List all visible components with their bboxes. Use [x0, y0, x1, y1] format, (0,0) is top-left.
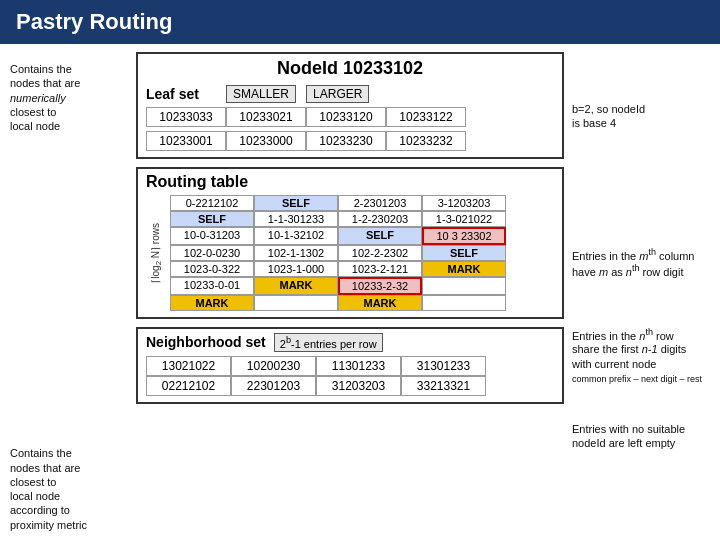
- leaf-cell: 10233001: [146, 131, 226, 151]
- leaf-row-2: 10233001 10233000 10233230 10233232: [146, 131, 554, 151]
- ns-cell: 13021022: [146, 356, 231, 376]
- rt-cell: 3-1203203: [422, 195, 506, 211]
- neighborhood-set-section: Neighborhood set 2b-1 entries per row 13…: [136, 327, 564, 404]
- rt-cell-mark: MARK: [170, 295, 254, 311]
- ns-cell: 22301203: [231, 376, 316, 396]
- routing-table-title: Routing table: [146, 173, 554, 191]
- b2-note: b=2, so nodeId is base 4: [572, 102, 710, 131]
- leaf-cell: 10233120: [306, 107, 386, 127]
- rt-label-col: ⌈log2 N⌉ rows: [146, 195, 166, 311]
- rt-cell: 10233-0-01: [170, 277, 254, 295]
- rt-cell: 10-1-32102: [254, 227, 338, 245]
- rt-cell-self: SELF: [422, 245, 506, 261]
- rt-cell: [422, 277, 506, 295]
- ns-badge: 2b-1 entries per row: [274, 333, 383, 352]
- empty-annotation: Entries with no suitablenodeId are left …: [572, 422, 710, 451]
- center-panel: NodeId 10233102 Leaf set SMALLER LARGER …: [136, 52, 564, 532]
- rt-cell: 102-2-2302: [338, 245, 422, 261]
- leaf-set-label: Leaf set: [146, 86, 216, 102]
- rt-row: 102-0-0230 102-1-1302 102-2-2302 SELF: [170, 245, 506, 261]
- rt-cell: 102-1-1302: [254, 245, 338, 261]
- rt-cell: 0-2212102: [170, 195, 254, 211]
- rt-cell: 1-2-230203: [338, 211, 422, 227]
- rt-cell-highlight: 10 3 23302: [422, 227, 506, 245]
- neighborhood-set-label: Neighborhood set: [146, 334, 266, 350]
- routing-table-section: Routing table ⌈log2 N⌉ rows 0-2212102 SE…: [136, 167, 564, 319]
- leaf-cell: 10233230: [306, 131, 386, 151]
- rt-row: 10-0-31203 10-1-32102 SELF 10 3 23302: [170, 227, 506, 245]
- rt-cell-mark: MARK: [338, 295, 422, 311]
- ns-cell: 11301233: [316, 356, 401, 376]
- rt-cell: 10-0-31203: [170, 227, 254, 245]
- larger-label: LARGER: [306, 85, 369, 103]
- rt-row: 1023-0-322 1023-1-000 1023-2-121 MARK: [170, 261, 506, 277]
- nodeid-title: NodeId 10233102: [146, 58, 554, 79]
- smaller-label: SMALLER: [226, 85, 296, 103]
- page-title: Pastry Routing: [16, 9, 172, 35]
- rt-cell-mark: MARK: [422, 261, 506, 277]
- rt-cell: 1-3-021022: [422, 211, 506, 227]
- leaf-cell: 10233122: [386, 107, 466, 127]
- title-bar: Pastry Routing: [0, 0, 720, 44]
- neighborhood-set-header: Neighborhood set 2b-1 entries per row: [146, 333, 554, 352]
- rt-row: SELF 1-1-301233 1-2-230203 1-3-021022: [170, 211, 506, 227]
- rt-cell-self: SELF: [170, 211, 254, 227]
- rt-row: 10233-0-01 MARK 10233-2-32: [170, 277, 506, 295]
- rt-cell: 1023-1-000: [254, 261, 338, 277]
- ns-row-2: 02212102 22301203 31203203 33213321: [146, 376, 554, 396]
- leaf-set-section: Leaf set SMALLER LARGER 10233033 1023302…: [146, 85, 554, 151]
- rt-row: MARK MARK: [170, 295, 506, 311]
- entries-annotation: Entries in the mth columnhave m as nth r…: [572, 247, 710, 279]
- rt-row: 0-2212102 SELF 2-2301203 3-1203203: [170, 195, 506, 211]
- rt-cell: 102-0-0230: [170, 245, 254, 261]
- row-annotation: Entries in the nth rowshare the first n-…: [572, 327, 710, 386]
- rt-cell-mark: MARK: [254, 277, 338, 295]
- ns-cell: 02212102: [146, 376, 231, 396]
- rt-cell: [254, 295, 338, 311]
- leaf-row-1: 10233033 10233021 10233120 10233122: [146, 107, 554, 127]
- rt-cell: 1-1-301233: [254, 211, 338, 227]
- rows-label: ⌈log2 N⌉ rows: [150, 223, 163, 283]
- leaf-cell: 10233033: [146, 107, 226, 127]
- leaf-set-header: Leaf set SMALLER LARGER: [146, 85, 554, 103]
- rt-with-label: ⌈log2 N⌉ rows 0-2212102 SELF 2-2301203 3…: [146, 195, 554, 311]
- nodeid-box: NodeId 10233102 Leaf set SMALLER LARGER …: [136, 52, 564, 159]
- rt-cell-self: SELF: [254, 195, 338, 211]
- left-sidebar: Contains thenodes that arenumericallyclo…: [10, 52, 128, 532]
- rt-rows: 0-2212102 SELF 2-2301203 3-1203203 SELF …: [170, 195, 506, 311]
- ns-row-1: 13021022 10200230 11301233 31301233: [146, 356, 554, 376]
- rt-cell: 2-2301203: [338, 195, 422, 211]
- b2-line1: b=2, so nodeId: [572, 103, 645, 115]
- leaf-cell: 10233021: [226, 107, 306, 127]
- top-sidebar-label: Contains thenodes that arenumericallyclo…: [10, 62, 128, 133]
- right-annotations: b=2, so nodeId is base 4 Entries in the …: [572, 52, 710, 532]
- rt-cell-highlight: 10233-2-32: [338, 277, 422, 295]
- rt-cell-self: SELF: [338, 227, 422, 245]
- main-content: Contains thenodes that arenumericallyclo…: [0, 44, 720, 540]
- leaf-cell: 10233000: [226, 131, 306, 151]
- rt-cell: [422, 295, 506, 311]
- ns-cell: 10200230: [231, 356, 316, 376]
- ns-cell: 31203203: [316, 376, 401, 396]
- bottom-sidebar-label: Contains thenodes that areclosest toloca…: [10, 446, 128, 532]
- rt-cell: 1023-2-121: [338, 261, 422, 277]
- leaf-cell: 10233232: [386, 131, 466, 151]
- rt-cell: 1023-0-322: [170, 261, 254, 277]
- ns-cell: 33213321: [401, 376, 486, 396]
- b2-line2: is base 4: [572, 117, 616, 129]
- ns-cell: 31301233: [401, 356, 486, 376]
